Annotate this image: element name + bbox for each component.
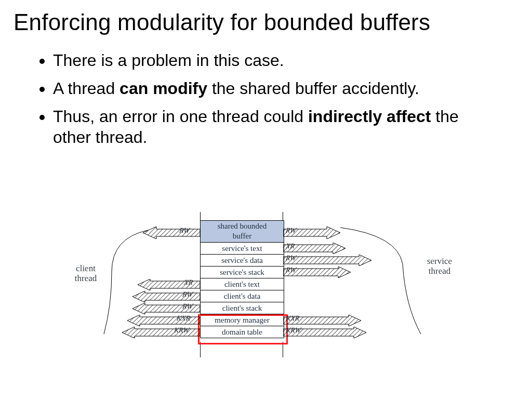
col-left-top: [200, 212, 201, 220]
perm-right-stext: XR: [285, 242, 295, 250]
perm-left-cdata: RW: [182, 290, 193, 299]
figure: client thread service thread shared boun…: [70, 212, 465, 378]
label-client-thread: client thread: [65, 264, 107, 283]
row-service-stack: service's stack: [201, 266, 284, 278]
bullet-1: There is a problem in this case.: [53, 50, 501, 71]
row-service-text: service's text: [201, 242, 284, 254]
perm-left-shared: RW: [179, 227, 190, 235]
perm-right-shared: RW: [285, 227, 297, 235]
perm-right-mm: KXR: [285, 314, 300, 323]
bullet-2-post: the shared buffer accidently.: [207, 79, 419, 98]
row-client-stack: client's stack: [201, 302, 284, 314]
bullet-list: There is a problem in this case. A threa…: [33, 50, 501, 155]
perm-left-ctext: XR: [183, 278, 193, 287]
row-client-text: client's text: [201, 278, 284, 290]
perm-left-dt: KRW: [174, 326, 190, 335]
bullet-3-pre: Thus, an error in one thread could: [53, 107, 308, 126]
fan-right: [330, 222, 423, 342]
perm-left-cstack: RW: [182, 302, 193, 311]
perm-right-sdata: RW: [285, 254, 297, 262]
perm-right-dt: KRW: [285, 326, 302, 335]
perm-left-mm: KXR: [176, 314, 191, 323]
row-domain-table: domain table: [201, 326, 284, 338]
row-service-data: service's data: [201, 254, 284, 266]
col-right-top: [283, 212, 283, 220]
row-memory-manager: memory manager: [201, 314, 284, 326]
row-client-data: client's data: [201, 290, 284, 302]
memory-stack: shared bounded buffer service's text ser…: [200, 220, 284, 338]
col-left-bot: [200, 342, 201, 357]
fan-left: [101, 222, 164, 342]
slide: Enforcing modularity for bounded buffers…: [0, 0, 532, 399]
bullet-2: A thread can modify the shared buffer ac…: [53, 78, 501, 99]
bullet-2-bold: can modify: [119, 79, 207, 98]
perm-right-sstack: RW: [285, 266, 297, 274]
row-shared-buffer: shared bounded buffer: [201, 220, 284, 242]
bullet-3-bold: indirectly affect: [308, 107, 431, 126]
slide-title: Enforcing modularity for bounded buffers: [14, 9, 522, 35]
bullet-2-pre: A thread: [53, 79, 119, 98]
bullet-3: Thus, an error in one thread could indir…: [53, 106, 501, 148]
col-right-bot: [283, 342, 283, 357]
